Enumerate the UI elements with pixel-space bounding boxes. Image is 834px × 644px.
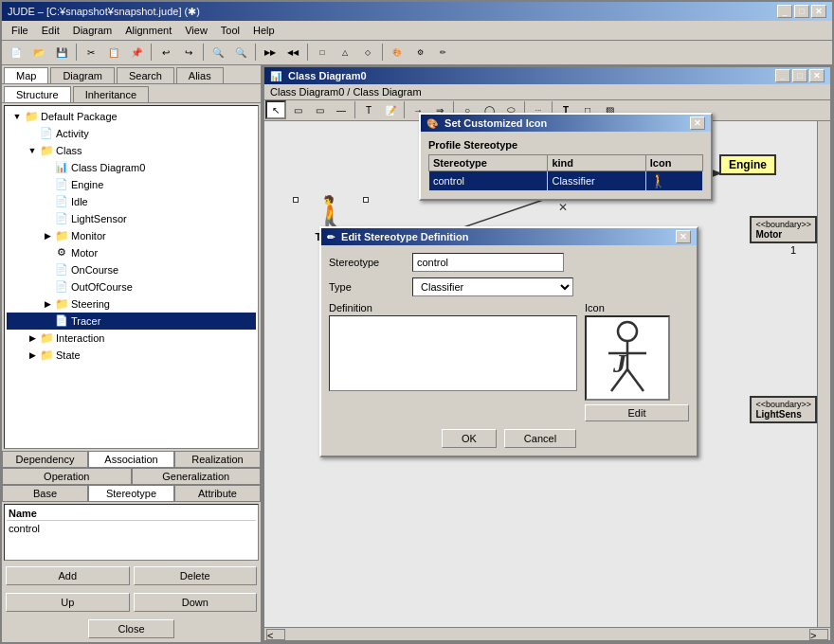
toggle-steering[interactable]: ▶ [41,297,54,311]
tree-node-state[interactable]: ▶ 📁 State [7,347,256,364]
color-button[interactable]: 🎨 [387,43,408,62]
tree-node-default-pkg[interactable]: ▼ 📁 Default Package [7,108,256,125]
up-button[interactable]: Up [6,593,130,612]
tree-node-activity[interactable]: 📄 Activity [7,125,256,142]
toggle-interaction[interactable]: ▶ [26,331,39,345]
line-tool[interactable]: — [331,100,352,119]
tab-row-2: Operation Generalization [2,468,261,485]
tree-node-oncourse[interactable]: 📄 OnCourse [7,261,256,278]
stereotype-input[interactable] [412,253,564,272]
tree-node-interaction[interactable]: ▶ 📁 Interaction [7,330,256,347]
scroll-right[interactable]: > [809,629,828,640]
set-icon-content: Profile Stereotype Stereotype kind Icon [421,132,711,199]
zoom-in-button[interactable]: 🔍 [208,43,228,62]
tool-5[interactable]: ◇ [357,43,378,62]
menu-edit[interactable]: Edit [36,23,65,38]
minimize-button[interactable]: _ [777,5,792,18]
menu-view[interactable]: View [179,23,213,38]
toolbar-separator-2 [151,44,152,61]
text-tool[interactable]: T [358,100,379,119]
diagram-scrollbar-h[interactable]: < > [264,627,830,640]
definition-input[interactable] [329,315,577,391]
note-tool[interactable]: 📝 [380,100,401,119]
edit-icon-button[interactable]: Edit [585,404,689,421]
tab-base[interactable]: Base [2,485,88,501]
set-icon-close[interactable]: ✕ [690,116,705,130]
table-row[interactable]: control Classifier 🚶 [429,170,703,190]
tab-dependency[interactable]: Dependency [2,451,88,467]
menu-alignment[interactable]: Alignment [119,23,177,38]
paste-button[interactable]: 📌 [126,43,147,62]
tab-association[interactable]: Association [88,451,174,467]
tool-4[interactable]: △ [335,43,355,62]
tab-search[interactable]: Search [117,67,174,83]
down-button[interactable]: Down [134,593,258,612]
toggle-state[interactable]: ▶ [26,349,39,362]
motor-box[interactable]: <<boundary>> Motor [750,216,817,243]
toggle-default-pkg[interactable]: ▼ [10,110,24,123]
col-stereotype: Stereotype [429,154,548,170]
redo-button[interactable]: ↪ [178,43,199,62]
save-button[interactable]: 💾 [51,43,72,62]
undo-button[interactable]: ↩ [155,43,176,62]
toggle-monitor[interactable]: ▶ [41,229,54,242]
tool-3[interactable]: □ [312,43,333,62]
close-left-button[interactable]: Close [88,619,173,638]
scroll-left[interactable]: < [266,629,285,640]
tree-node-tracer[interactable]: 📄 Tracer [7,313,256,330]
diagram-scrollbar-v[interactable] [817,121,830,627]
ok-button[interactable]: OK [442,429,497,448]
rect-tool[interactable]: ▭ [287,100,308,119]
tab-generalization[interactable]: Generalization [132,468,262,484]
add-button[interactable]: Add [6,566,130,585]
type-select[interactable]: Classifier Association Attribute Operati… [412,277,573,296]
new-button[interactable]: 📄 [6,43,27,62]
open-button[interactable]: 📂 [28,43,49,62]
menu-diagram[interactable]: Diagram [67,23,118,38]
cut-button[interactable]: ✂ [81,43,101,62]
diagram-minimize[interactable]: _ [775,69,790,82]
tree-node-outofcourse[interactable]: 📄 OutOfCourse [7,278,256,295]
tab-inheritance[interactable]: Inheritance [73,86,149,102]
tab-attribute[interactable]: Attribute [174,485,261,501]
file-icon-oncourse: 📄 [54,262,69,277]
close-button[interactable]: ✕ [811,5,826,18]
lightsensor-box[interactable]: <<boundary>> LightSens [750,396,817,423]
tab-alias[interactable]: Alias [176,67,224,83]
zoom-out-button[interactable]: 🔍 [230,43,251,62]
tree-node-motor[interactable]: ⚙ Motor [7,244,256,261]
maximize-button[interactable]: □ [794,5,809,18]
menu-tool[interactable]: Tool [215,23,245,38]
tool-6[interactable]: ⚙ [409,43,430,62]
tree-node-lightsensor[interactable]: 📄 LightSensor [7,210,256,227]
tab-structure[interactable]: Structure [4,86,71,102]
tool-7[interactable]: ✏ [432,43,453,62]
diagram-maximize[interactable]: □ [792,69,807,82]
edit-icon-btn-wrapper: Edit [585,404,689,421]
roundrect-tool[interactable]: ▭ [309,100,330,119]
tree-node-engine[interactable]: 📄 Engine [7,176,256,193]
menu-file[interactable]: File [6,23,34,38]
tree-node-class[interactable]: ▼ 📁 Class [7,142,256,159]
tree-node-idle[interactable]: 📄 Idle [7,193,256,210]
edit-stereotype-close[interactable]: ✕ [676,230,691,243]
tab-operation[interactable]: Operation [2,468,132,484]
tree-node-steering[interactable]: ▶ 📁 Steering [7,295,256,313]
toggle-class[interactable]: ▼ [26,144,39,157]
tab-diagram[interactable]: Diagram [50,67,115,83]
tree-node-classdiagram0[interactable]: 📊 Class Diagram0 [7,159,256,176]
tool-1[interactable]: ▶▶ [260,43,281,62]
delete-button[interactable]: Delete [134,566,258,585]
tab-stereotype[interactable]: Stereotype [88,485,174,501]
tool-2[interactable]: ◀◀ [282,43,303,62]
tree-node-monitor[interactable]: ▶ 📁 Monitor [7,227,256,244]
tab-realization[interactable]: Realization [174,451,261,467]
menu-help[interactable]: Help [247,23,281,38]
copy-button[interactable]: 📋 [103,43,124,62]
select-tool[interactable]: ↖ [265,100,286,119]
diagram-close[interactable]: ✕ [809,69,825,82]
engine-box[interactable]: Engine [719,154,776,175]
tab-map[interactable]: Map [4,67,48,83]
tree-container[interactable]: ▼ 📁 Default Package 📄 Activity ▼ 📁 Clas [4,105,259,449]
cancel-button[interactable]: Cancel [504,429,576,448]
